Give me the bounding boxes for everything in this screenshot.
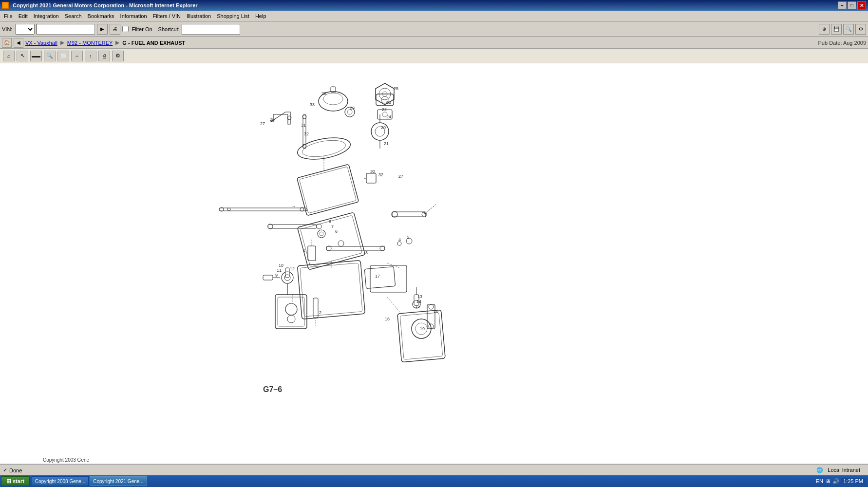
back-nav-button[interactable]: ◀ — [14, 38, 23, 48]
menu-bookmarks[interactable]: Bookmarks — [85, 12, 117, 20]
diag-print-button[interactable]: 🖨 — [98, 51, 110, 61]
toolbar-icon-3[interactable]: 🔍 — [843, 24, 854, 35]
svg-point-69 — [392, 211, 397, 217]
diag-flip-h-button[interactable]: ↔ — [71, 51, 83, 61]
diag-pointer-button[interactable]: ↖ — [17, 51, 28, 61]
part-label-9: 9 — [275, 273, 278, 278]
diagram-area[interactable]: 1 2 3 4 5 6 7 8 — [0, 63, 868, 464]
toolbar-right-icons: ⊕ 💾 🔍 ⚙ — [819, 24, 866, 35]
diag-zoom-box-button[interactable]: ⬜ — [57, 51, 69, 61]
svg-rect-43 — [427, 304, 435, 329]
part-label-18: 18 — [434, 309, 438, 314]
menu-information[interactable]: Information — [117, 12, 150, 20]
part-label-upper-rod: → — [291, 204, 296, 209]
svg-rect-36 — [400, 313, 443, 360]
svg-rect-35 — [397, 310, 445, 362]
vin-select[interactable] — [15, 24, 35, 35]
svg-rect-27 — [285, 268, 289, 278]
menu-filters-vin[interactable]: Filters / VIN — [150, 12, 184, 20]
part-label-4: 4 — [398, 237, 401, 242]
toolbar-icon-1[interactable]: ⊕ — [819, 24, 830, 35]
shortcut-input[interactable] — [182, 24, 240, 35]
diag-settings-button[interactable]: ⚙ — [112, 51, 124, 61]
svg-point-46 — [371, 123, 389, 140]
nav-bar: 🏠 ◀ VX - Vauxhall ▶ M92 - MONTEREY ▶ G -… — [0, 37, 868, 49]
part-label-26: 26 — [270, 117, 275, 122]
breadcrumb-vauxhall[interactable]: VX - Vauxhall — [25, 40, 57, 46]
part-label-1: 1 — [303, 248, 305, 253]
taskbar-item-1[interactable]: Copyright 2008 Gene... — [32, 476, 89, 486]
restore-button[interactable]: □ — [848, 1, 856, 9]
part-label-16: 16 — [385, 317, 390, 321]
part-label-7: 7 — [331, 224, 334, 229]
svg-point-34 — [287, 315, 295, 323]
taskbar-item-2-label: Copyright 2021 Gene... — [93, 479, 143, 484]
taskbar: ⊞ start Copyright 2008 Gene... Copyright… — [0, 475, 868, 487]
filter-on-checkbox[interactable] — [122, 26, 129, 32]
menu-file[interactable]: File — [1, 12, 16, 20]
part-label-10: 10 — [279, 263, 283, 268]
part-label-17: 17 — [375, 274, 380, 279]
toolbar-icon-2[interactable]: 💾 — [831, 24, 842, 35]
shortcut-label: Shortcut: — [158, 26, 180, 32]
title-bar-left: Copyright 2021 General Motors Corporatio… — [2, 2, 198, 9]
intranet-text: Local Intranet — [828, 467, 860, 473]
part-label-3: 3 — [365, 250, 368, 255]
svg-rect-14 — [313, 298, 318, 318]
start-button[interactable]: ⊞ start — [1, 476, 30, 486]
svg-rect-63 — [366, 173, 376, 183]
svg-point-44 — [429, 304, 434, 309]
menu-edit[interactable]: Edit — [16, 12, 31, 20]
lang-label: EN — [816, 478, 823, 484]
part-label-11: 11 — [277, 268, 282, 273]
vin-input[interactable] — [37, 24, 95, 35]
breadcrumb-monterey[interactable]: M92 - MONTEREY — [67, 40, 113, 46]
part-label-32a: 32 — [304, 131, 309, 136]
svg-point-19 — [397, 242, 401, 245]
svg-line-71 — [424, 205, 436, 214]
part-label-8: 8 — [329, 219, 331, 224]
diag-zoom-in-button[interactable]: 🔍 — [44, 51, 56, 61]
vin-go-button[interactable]: ▶ — [97, 24, 108, 35]
diag-ruler-button[interactable]: ▬▬ — [30, 51, 42, 61]
menu-search[interactable]: Search — [62, 12, 85, 20]
svg-point-59 — [323, 93, 343, 105]
taskbar-item-2[interactable]: Copyright 2021 Gene... — [90, 476, 147, 486]
title-bar-controls[interactable]: − □ ✕ — [838, 1, 866, 9]
part-label-33: 33 — [310, 102, 315, 107]
part-label-2: 2 — [319, 310, 321, 315]
diag-flip-v-button[interactable]: ↕ — [85, 51, 96, 61]
diagram-toolbar: ⌂ ↖ ▬▬ 🔍 ⬜ ↔ ↕ 🖨 ⚙ — [0, 49, 868, 63]
minimize-button[interactable]: − — [838, 1, 847, 9]
window-title: Copyright 2021 General Motors Corporatio… — [13, 2, 198, 8]
svg-rect-77 — [268, 225, 317, 228]
network-icon: 🖥 — [825, 478, 830, 484]
svg-point-3 — [320, 232, 323, 236]
taskbar-item-1-label: Copyright 2008 Gene... — [35, 479, 85, 484]
diag-home-button[interactable]: ⌂ — [3, 51, 15, 61]
part-label-12: 12 — [290, 266, 295, 271]
diagram-label: G7–6 — [263, 385, 282, 393]
svg-point-58 — [319, 92, 348, 111]
toolbar-icon-4[interactable]: ⚙ — [855, 24, 866, 35]
main-content: 1 2 3 4 5 6 7 8 — [0, 63, 868, 464]
close-button[interactable]: ✕ — [857, 1, 866, 9]
main-body-group — [296, 134, 395, 319]
part-label-24: 24 — [386, 114, 391, 119]
menu-help[interactable]: Help — [252, 12, 269, 20]
diagram-copyright: Copyright 2003 Gene — [43, 457, 89, 463]
menu-integration[interactable]: Integration — [31, 12, 62, 20]
status-text: Done — [9, 468, 22, 473]
part-label-25: 25 — [394, 86, 398, 91]
breadcrumb-sep-1: ▶ — [60, 39, 64, 46]
taskbar-right: EN 🖥 🔊 1:25 PM — [816, 478, 867, 485]
menu-shopping-list[interactable]: Shopping List — [214, 12, 252, 20]
clock: 1:25 PM — [841, 478, 865, 484]
parts-diagram-svg: 1 2 3 4 5 6 7 8 — [97, 73, 585, 414]
print-button[interactable]: 🖨 — [110, 24, 120, 35]
svg-point-33 — [285, 303, 297, 315]
part-label-19: 19 — [420, 326, 425, 331]
home-nav-button[interactable]: 🏠 — [2, 38, 12, 48]
svg-point-23 — [227, 208, 230, 211]
menu-illustration[interactable]: Illustration — [184, 12, 214, 20]
